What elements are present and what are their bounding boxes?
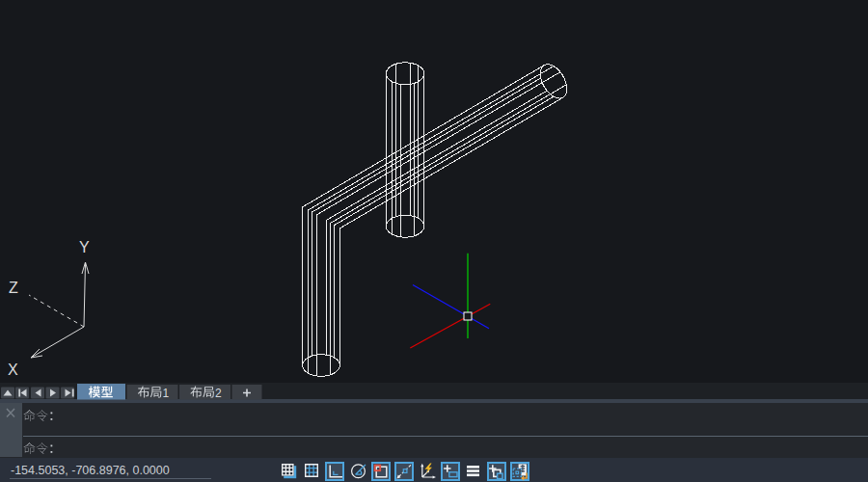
svg-text:-154.5053, -706.8976, 0.0000: -154.5053, -706.8976, 0.0000 <box>11 464 170 477</box>
svg-text:X: X <box>8 362 18 378</box>
svg-text:Z: Z <box>9 280 18 296</box>
svg-text:2: 2 <box>215 387 222 400</box>
svg-text:Y: Y <box>79 239 90 255</box>
svg-text:1: 1 <box>163 387 170 400</box>
